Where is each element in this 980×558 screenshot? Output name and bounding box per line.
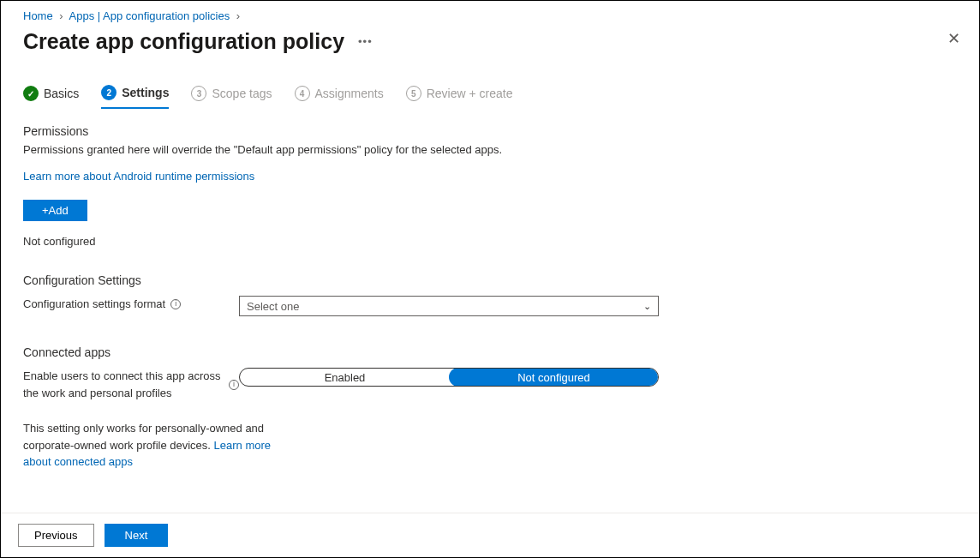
wizard-tabs: ✓ Basics 2 Settings 3 Scope tags 4 Assig…	[1, 63, 979, 109]
tab-label: Review + create	[427, 87, 513, 100]
select-placeholder: Select one	[247, 300, 299, 313]
breadcrumb-home[interactable]: Home	[23, 9, 53, 22]
tab-label: Basics	[44, 87, 79, 100]
page-title: Create app configuration policy	[23, 29, 344, 54]
step-number: 3	[191, 86, 206, 101]
tab-label: Scope tags	[212, 87, 272, 100]
label-text: Configuration settings format	[23, 296, 165, 313]
learn-permissions-link[interactable]: Learn more about Android runtime permiss…	[23, 170, 254, 183]
label-text: Enable users to connect this app across …	[23, 368, 224, 401]
chevron-right-icon: ›	[236, 9, 240, 22]
permissions-header: Permissions	[23, 124, 957, 138]
permissions-status: Not configured	[23, 235, 957, 248]
tab-label: Assignments	[315, 87, 384, 100]
config-header: Configuration Settings	[23, 273, 957, 287]
tab-label: Settings	[122, 86, 169, 99]
previous-button[interactable]: Previous	[18, 524, 94, 547]
step-number: 5	[406, 86, 421, 101]
connected-label: Enable users to connect this app across …	[23, 368, 239, 401]
more-icon[interactable]: •••	[358, 35, 373, 48]
breadcrumb-apps[interactable]: Apps | App configuration policies	[69, 9, 230, 22]
tab-assignments[interactable]: 4 Assignments	[295, 86, 384, 108]
tab-scope-tags[interactable]: 3 Scope tags	[191, 86, 272, 108]
info-icon[interactable]: i	[170, 299, 181, 309]
close-icon[interactable]: ✕	[947, 29, 960, 48]
tab-settings[interactable]: 2 Settings	[101, 85, 169, 109]
title-row: Create app configuration policy ••• ✕	[1, 26, 979, 63]
toggle-enabled[interactable]: Enabled	[240, 369, 450, 386]
connected-header: Connected apps	[23, 345, 957, 359]
content-area: Permissions Permissions granted here wil…	[1, 109, 979, 471]
chevron-right-icon: ›	[59, 9, 63, 22]
tab-review-create[interactable]: 5 Review + create	[406, 86, 513, 108]
footer-actions: Previous Next	[1, 513, 979, 557]
next-button[interactable]: Next	[105, 524, 169, 547]
add-button[interactable]: +Add	[23, 200, 87, 221]
permissions-desc: Permissions granted here will override t…	[23, 143, 957, 156]
connected-note: This setting only works for personally-o…	[23, 420, 289, 471]
config-format-label: Configuration settings format i	[23, 296, 239, 313]
toggle-not-configured[interactable]: Not configured	[449, 368, 659, 387]
tab-basics[interactable]: ✓ Basics	[23, 86, 79, 108]
connected-toggle: Enabled Not configured	[239, 368, 659, 387]
info-icon[interactable]: i	[229, 380, 239, 390]
step-number: 4	[295, 86, 310, 101]
check-icon: ✓	[23, 86, 39, 101]
breadcrumb: Home › Apps | App configuration policies…	[1, 1, 979, 26]
chevron-down-icon: ⌄	[643, 301, 651, 312]
config-format-select[interactable]: Select one ⌄	[239, 296, 659, 316]
step-number: 2	[101, 85, 117, 100]
